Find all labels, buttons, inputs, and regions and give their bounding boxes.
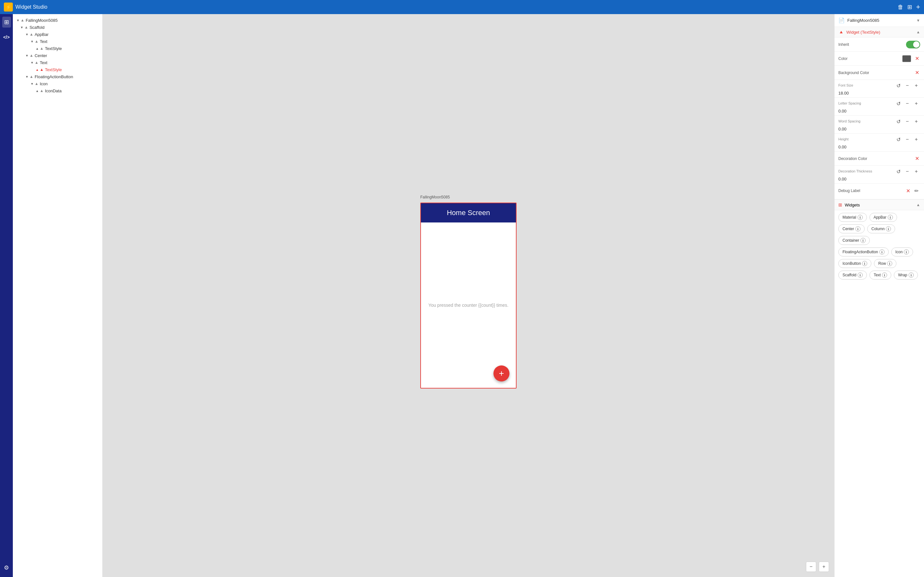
debug-edit-icon[interactable]: ✏ <box>913 187 920 195</box>
decoration-thickness-value-row: 0.00 <box>835 176 924 184</box>
chip-iconbutton-label: IconButton <box>843 261 861 266</box>
tree-item-icon[interactable]: ▼ ▲ Icon <box>13 80 102 87</box>
tree-item-center[interactable]: ▼ ▲ Center <box>13 52 102 59</box>
font-size-value: 18.00 <box>838 91 849 95</box>
icondata-label: IconData <box>45 89 61 93</box>
delete-icon[interactable]: 🗑 <box>898 4 903 11</box>
decoration-thickness-plus-button[interactable]: + <box>913 168 920 175</box>
chip-center[interactable]: Center ℹ <box>838 224 865 234</box>
chip-scaffold[interactable]: Scaffold ℹ <box>838 271 867 279</box>
toggle-text2[interactable]: ▼ <box>29 60 35 65</box>
chip-wrap[interactable]: Wrap ℹ <box>894 271 918 279</box>
chip-icon-info[interactable]: ℹ <box>904 250 909 255</box>
word-spacing-reset-icon[interactable]: ↺ <box>895 118 902 125</box>
toggle-center[interactable]: ▼ <box>24 53 29 58</box>
chip-center-info[interactable]: ℹ <box>855 226 861 231</box>
chip-iconbutton[interactable]: IconButton ℹ <box>838 259 871 268</box>
zoom-in-button[interactable]: + <box>819 562 829 572</box>
tree-item-icondata[interactable]: ▲ ▲ IconData <box>13 87 102 94</box>
chip-wrap-info[interactable]: ℹ <box>909 272 914 277</box>
toggle-scaffold[interactable]: ▼ <box>19 25 24 30</box>
font-size-minus-button[interactable]: − <box>903 82 911 89</box>
chip-text-label: Text <box>874 273 881 277</box>
text1-icon: ▲ <box>35 39 39 44</box>
toggle-textstyle2[interactable]: ▲ <box>35 67 40 72</box>
chip-column-info[interactable]: ℹ <box>886 226 891 231</box>
textstyle-section-chevron[interactable]: ▲ <box>916 30 920 34</box>
debug-clear-button[interactable]: ✕ <box>905 187 911 194</box>
device-label: FallingMoon5085 <box>420 195 450 199</box>
toggle-knob <box>913 41 919 48</box>
tree-item-scaffold[interactable]: ▼ ▲ Scaffold <box>13 24 102 31</box>
toggle-icon[interactable]: ▼ <box>29 81 35 86</box>
decoration-thickness-label-row: Decoration Thickness ↺ − + <box>835 166 924 176</box>
chip-iconbutton-info[interactable]: ℹ <box>862 261 867 266</box>
chip-material[interactable]: Material ℹ <box>838 213 867 222</box>
device-fab[interactable]: + <box>493 366 509 382</box>
decoration-thickness-reset-icon[interactable]: ↺ <box>895 168 902 175</box>
rp-header-chevron[interactable]: ▼ <box>916 18 920 23</box>
toggle-text1[interactable]: ▼ <box>29 39 35 44</box>
appbar-label: AppBar <box>35 32 48 37</box>
icondata-icon: ▲ <box>40 89 44 93</box>
settings-nav-icon[interactable]: ⚙ <box>2 562 11 573</box>
toggle-icondata[interactable]: ▲ <box>35 88 40 93</box>
tree-item-fab[interactable]: ▼ ▲ FloatingActionButton <box>13 73 102 80</box>
letter-spacing-reset-icon[interactable]: ↺ <box>895 100 902 107</box>
word-spacing-controls: ↺ − + <box>895 118 920 125</box>
toggle-fab[interactable]: ▼ <box>24 74 29 79</box>
bg-color-label: Background Color <box>838 71 914 75</box>
letter-spacing-plus-button[interactable]: + <box>913 100 920 107</box>
tree-item-textstyle2[interactable]: ▲ ▲ TextStyle <box>13 66 102 73</box>
height-plus-button[interactable]: + <box>913 135 920 143</box>
chip-material-info[interactable]: ℹ <box>858 215 863 220</box>
chip-text[interactable]: Text ℹ <box>869 271 891 279</box>
decoration-color-controls: ✕ <box>914 155 920 162</box>
chip-appbar-info[interactable]: ℹ <box>888 215 893 220</box>
height-reset-icon[interactable]: ↺ <box>895 135 902 143</box>
color-swatch[interactable] <box>902 55 911 62</box>
add-icon[interactable]: + <box>916 3 920 11</box>
widgets-section-chevron[interactable]: ▲ <box>916 203 920 207</box>
word-spacing-minus-button[interactable]: − <box>903 118 911 125</box>
chip-icon[interactable]: Icon ℹ <box>891 247 913 256</box>
font-size-reset-icon[interactable]: ↺ <box>895 82 902 89</box>
toggle-fallingmoon[interactable]: ▼ <box>15 18 21 23</box>
decoration-color-clear-button[interactable]: ✕ <box>914 155 920 162</box>
letter-spacing-minus-button[interactable]: − <box>903 100 911 107</box>
code-nav-icon[interactable]: </> <box>1 33 11 42</box>
color-clear-button[interactable]: ✕ <box>914 55 920 62</box>
decoration-thickness-minus-button[interactable]: − <box>903 168 911 175</box>
chip-fab[interactable]: FloatingActionButton ℹ <box>838 247 889 256</box>
tree-item-appbar[interactable]: ▼ ▲ AppBar <box>13 31 102 38</box>
decoration-thickness-value: 0.00 <box>838 177 846 181</box>
widgets-nav-icon[interactable]: ⊞ <box>2 17 11 27</box>
chip-container[interactable]: Container ℹ <box>838 236 870 245</box>
inherit-toggle[interactable] <box>906 41 920 48</box>
chip-row[interactable]: Row ℹ <box>874 259 897 268</box>
height-minus-button[interactable]: − <box>903 135 911 143</box>
main-layout: ⊞ </> ⚙ ▼ ▲ FallingMoon5085 ▼ ▲ Scaffold… <box>0 14 924 577</box>
tree-item-textstyle1[interactable]: ▲ ▲ TextStyle <box>13 45 102 52</box>
tree-item-fallingmoon[interactable]: ▼ ▲ FallingMoon5085 <box>13 17 102 24</box>
toggle-textstyle1[interactable]: ▲ <box>35 46 40 51</box>
word-spacing-plus-button[interactable]: + <box>913 118 920 125</box>
height-value: 0.00 <box>838 145 846 149</box>
chip-scaffold-info[interactable]: ℹ <box>858 272 863 277</box>
grid-icon[interactable]: ⊞ <box>907 3 912 11</box>
zoom-out-button[interactable]: − <box>806 562 816 572</box>
chip-appbar[interactable]: AppBar ℹ <box>869 213 897 222</box>
device-app-bar-title: Home Screen <box>447 209 490 217</box>
toggle-appbar[interactable]: ▼ <box>24 32 29 37</box>
chip-column[interactable]: Column ℹ <box>867 224 895 234</box>
chip-container-info[interactable]: ℹ <box>861 238 866 243</box>
chip-fab-info[interactable]: ℹ <box>879 250 885 255</box>
widgets-section-title: Widgets <box>845 203 914 207</box>
chip-row-info[interactable]: ℹ <box>887 261 892 266</box>
bg-color-clear-button[interactable]: ✕ <box>914 69 920 76</box>
font-size-plus-button[interactable]: + <box>913 82 920 89</box>
icon-label: Icon <box>40 81 48 86</box>
tree-item-text1[interactable]: ▼ ▲ Text <box>13 38 102 45</box>
tree-item-text2[interactable]: ▼ ▲ Text <box>13 59 102 66</box>
chip-text-info[interactable]: ℹ <box>882 272 887 277</box>
